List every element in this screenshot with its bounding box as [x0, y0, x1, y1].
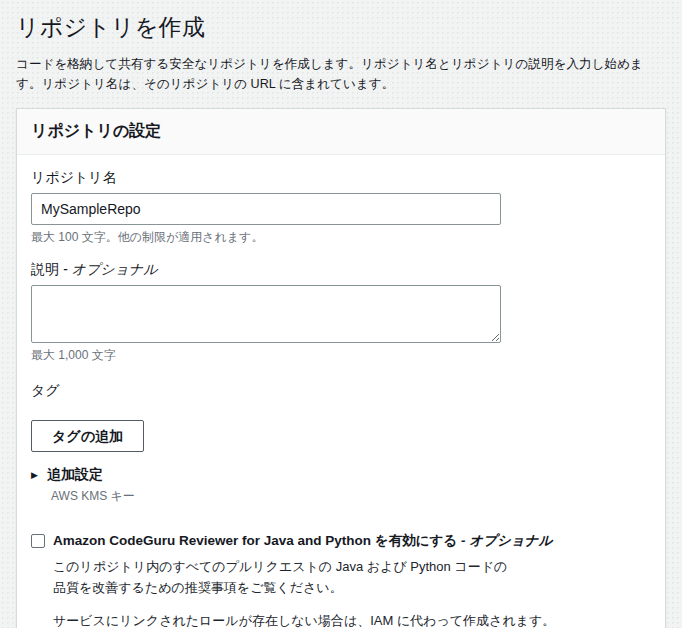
description-hint: 最大 1,000 文字: [31, 347, 651, 364]
codeguru-description: このリポジトリ内のすべてのプルリクエストの Java および Python コー…: [53, 557, 515, 599]
additional-settings-expander[interactable]: ▶ 追加設定: [31, 466, 651, 484]
page-description: コードを格納して共有する安全なリポジトリを作成します。リポジトリ名とリポジトリの…: [16, 55, 666, 94]
codeguru-option-row: Amazon CodeGuru Reviewer for Java and Py…: [31, 532, 651, 550]
codeguru-service-role-note: サービスにリンクされたロールが存在しない場合は、IAM に代わって作成されます。: [53, 612, 651, 628]
repository-settings-panel: リポジトリの設定 リポジトリ名 最大 100 文字。他の制限が適用されます。 説…: [16, 108, 666, 628]
panel-header: リポジトリの設定: [17, 109, 665, 155]
codeguru-checkbox[interactable]: [31, 534, 45, 548]
description-label-text: 説明: [31, 261, 59, 277]
triangle-right-icon: ▶: [31, 471, 38, 480]
add-tag-button[interactable]: タグの追加: [31, 420, 144, 452]
additional-settings-label: 追加設定: [47, 466, 103, 484]
panel-title: リポジトリの設定: [31, 121, 651, 142]
repository-name-input[interactable]: [31, 193, 501, 225]
panel-body: リポジトリ名 最大 100 文字。他の制限が適用されます。 説明- オプショナル…: [17, 155, 665, 628]
repository-name-label: リポジトリ名: [31, 169, 651, 187]
page-title: リポジトリを作成: [16, 12, 666, 43]
codeguru-optional-suffix: - オプショナル: [461, 533, 552, 548]
repository-name-hint: 最大 100 文字。他の制限が適用されます。: [31, 229, 651, 246]
codeguru-checkbox-label[interactable]: Amazon CodeGuru Reviewer for Java and Py…: [53, 532, 552, 550]
tags-label: タグ: [31, 382, 651, 400]
description-optional-suffix: - オプショナル: [63, 261, 158, 277]
description-label: 説明- オプショナル: [31, 261, 651, 279]
tags-section: タグ タグの追加: [31, 382, 651, 452]
codeguru-label-text: Amazon CodeGuru Reviewer for Java and Py…: [53, 533, 457, 548]
description-textarea[interactable]: [31, 285, 501, 343]
description-field: 説明- オプショナル 最大 1,000 文字: [31, 261, 651, 364]
create-repository-page: リポジトリを作成 コードを格納して共有する安全なリポジトリを作成します。リポジト…: [0, 0, 682, 628]
aws-kms-key-label: AWS KMS キー: [51, 488, 651, 505]
repository-name-field: リポジトリ名 最大 100 文字。他の制限が適用されます。: [31, 169, 651, 246]
